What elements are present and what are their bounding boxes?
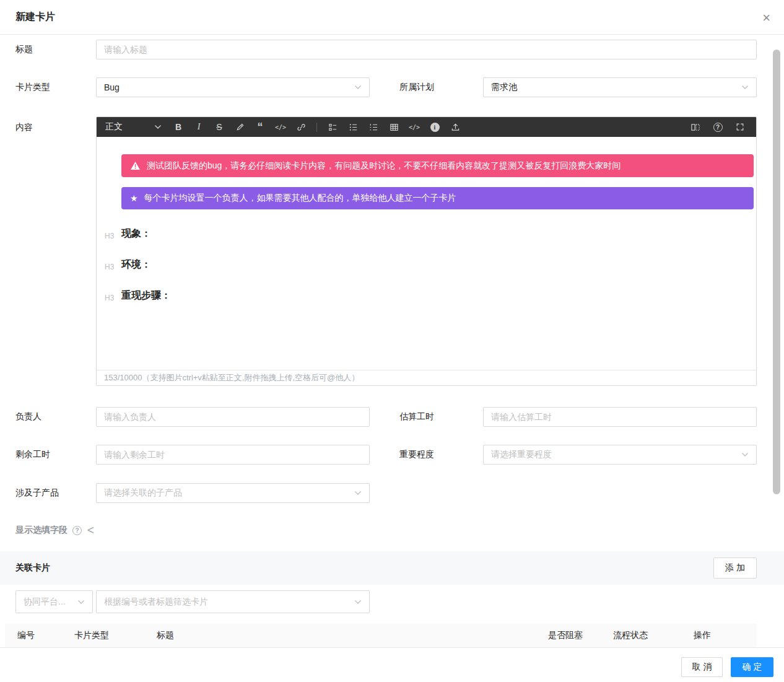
card-search-select[interactable]: 根据编号或者标题筛选卡片 xyxy=(96,590,370,613)
h3-marker: H3 xyxy=(105,260,114,274)
code-block-icon[interactable]: </> xyxy=(407,120,422,134)
help-icon[interactable]: ? xyxy=(72,526,82,535)
new-card-modal: 新建卡片 × 标题 卡片类型 Bug 所属计划 需求池 内容 正文 B xyxy=(0,0,784,682)
tip-banner: ★ 每个卡片均设置一个负责人，如果需要其他人配合的，单独给他人建立一个子卡片 xyxy=(121,187,754,209)
cancel-button[interactable]: 取 消 xyxy=(681,657,723,677)
title-label: 标题 xyxy=(15,44,96,55)
editor-toolbar: 正文 B I S “ </> xyxy=(97,117,756,137)
chevron-down-icon xyxy=(354,491,362,496)
editor-footer-hint: 153/10000（支持图片ctrl+v粘贴至正文,附件拖拽上传,空格后可@他人… xyxy=(97,370,756,385)
sub-product-label: 涉及子产品 xyxy=(15,487,96,499)
add-related-card-button[interactable]: 添 加 xyxy=(713,557,757,579)
close-icon[interactable]: × xyxy=(762,11,770,25)
highlight-icon[interactable] xyxy=(232,120,247,134)
ordered-list-icon[interactable] xyxy=(366,120,381,134)
optional-fields-toggle: 显示选填字段 ? < xyxy=(0,525,784,536)
remaining-hours-input[interactable] xyxy=(96,445,370,465)
estimated-hours-label: 估算工时 xyxy=(399,411,483,422)
star-icon: ★ xyxy=(130,194,138,203)
card-type-select[interactable]: Bug xyxy=(96,77,370,97)
task-list-icon[interactable] xyxy=(325,120,340,134)
help-icon[interactable]: ? xyxy=(710,120,725,134)
chevron-down-icon xyxy=(741,85,749,90)
assignee-label: 负责人 xyxy=(15,411,96,422)
h3-marker: H3 xyxy=(105,291,114,305)
optional-fields-label: 显示选填字段 xyxy=(15,525,68,536)
title-row: 标题 xyxy=(0,40,784,59)
toolbar-right-group: ? xyxy=(688,120,747,134)
collapse-chevron-icon[interactable]: < xyxy=(87,524,95,536)
split-view-icon[interactable] xyxy=(688,120,703,134)
chevron-down-icon xyxy=(354,85,362,90)
remaining-row: 剩余工时 重要程度 请选择重要程度 xyxy=(0,445,784,465)
rich-text-editor: 正文 B I S “ </> xyxy=(96,116,757,386)
related-cards-section-header: 关联卡片 添 加 xyxy=(0,551,784,585)
plan-value: 需求池 xyxy=(491,82,517,93)
h3-marker: H3 xyxy=(105,229,114,243)
vertical-scrollbar[interactable] xyxy=(773,50,780,494)
col-status: 流程状态 xyxy=(613,630,694,641)
col-blocking: 是否阻塞 xyxy=(548,630,613,641)
confirm-button[interactable]: 确 定 xyxy=(731,657,773,677)
editor-content[interactable]: 测试团队反馈的bug，请务必仔细阅读卡片内容，有问题及时讨论，不要不仔细看内容就… xyxy=(97,137,756,370)
fullscreen-icon[interactable] xyxy=(733,120,747,134)
assignee-row: 负责人 估算工时 xyxy=(0,407,784,427)
modal-footer: 取 消 确 定 xyxy=(0,647,784,682)
importance-select[interactable]: 请选择重要程度 xyxy=(483,445,757,465)
table-icon[interactable] xyxy=(386,120,401,134)
platform-filter-select[interactable]: 协同平台... xyxy=(15,590,93,613)
estimated-hours-input[interactable] xyxy=(483,407,757,427)
inline-code-icon[interactable]: </> xyxy=(273,120,288,134)
modal-header: 新建卡片 xyxy=(0,0,784,35)
title-input[interactable] xyxy=(96,40,757,59)
italic-icon[interactable]: I xyxy=(191,120,206,134)
info-icon[interactable]: i xyxy=(427,120,442,134)
assignee-input[interactable] xyxy=(96,407,370,427)
plan-select[interactable]: 需求池 xyxy=(483,77,757,97)
col-actions: 操作 xyxy=(694,630,744,641)
sub-product-row: 涉及子产品 请选择关联的子产品 xyxy=(0,483,784,503)
type-plan-row: 卡片类型 Bug 所属计划 需求池 xyxy=(0,77,784,97)
upload-icon[interactable] xyxy=(448,120,463,134)
content-row: 内容 正文 B I S “ </> xyxy=(0,116,784,386)
col-card-type: 卡片类型 xyxy=(74,630,157,641)
col-title: 标题 xyxy=(157,630,548,641)
link-icon[interactable] xyxy=(294,120,308,134)
related-cards-filter-row: 协同平台... 根据编号或者标题筛选卡片 xyxy=(0,590,784,613)
bold-icon[interactable]: B xyxy=(171,120,186,134)
strikethrough-icon[interactable]: S xyxy=(212,120,227,134)
warning-banner-text: 测试团队反馈的bug，请务必仔细阅读卡片内容，有问题及时讨论，不要不仔细看内容就… xyxy=(147,160,621,172)
chevron-down-icon xyxy=(741,452,749,457)
toolbar-left-group: 正文 B I S “ </> xyxy=(105,120,463,134)
heading-phenomenon: H3 现象： xyxy=(121,227,754,240)
warning-triangle-icon xyxy=(130,161,141,170)
chevron-down-icon xyxy=(77,600,85,605)
chevron-down-icon[interactable] xyxy=(150,120,165,134)
toolbar-divider xyxy=(316,123,317,132)
plan-label: 所属计划 xyxy=(399,82,483,93)
sub-product-select[interactable]: 请选择关联的子产品 xyxy=(96,483,370,503)
card-type-label: 卡片类型 xyxy=(15,82,96,93)
col-id: 编号 xyxy=(5,630,74,641)
blockquote-icon[interactable]: “ xyxy=(253,120,268,134)
remaining-hours-label: 剩余工时 xyxy=(15,449,96,460)
card-type-value: Bug xyxy=(104,82,120,92)
heading-repro-steps: H3 重现步骤： xyxy=(121,289,754,302)
related-cards-title: 关联卡片 xyxy=(15,562,50,574)
page-title: 新建卡片 xyxy=(15,11,55,24)
warning-banner: 测试团队反馈的bug，请务必仔细阅读卡片内容，有问题及时讨论，不要不仔细看内容就… xyxy=(121,154,754,177)
tip-banner-text: 每个卡片均设置一个负责人，如果需要其他人配合的，单独给他人建立一个子卡片 xyxy=(144,193,456,204)
paragraph-style-select[interactable]: 正文 xyxy=(105,121,123,133)
content-label: 内容 xyxy=(15,116,96,133)
related-cards-table-header: 编号 卡片类型 标题 是否阻塞 流程状态 操作 xyxy=(5,624,757,647)
chevron-down-icon xyxy=(354,600,362,605)
heading-environment: H3 环境： xyxy=(121,258,754,271)
importance-label: 重要程度 xyxy=(399,449,483,460)
bullet-list-icon[interactable] xyxy=(346,120,360,134)
